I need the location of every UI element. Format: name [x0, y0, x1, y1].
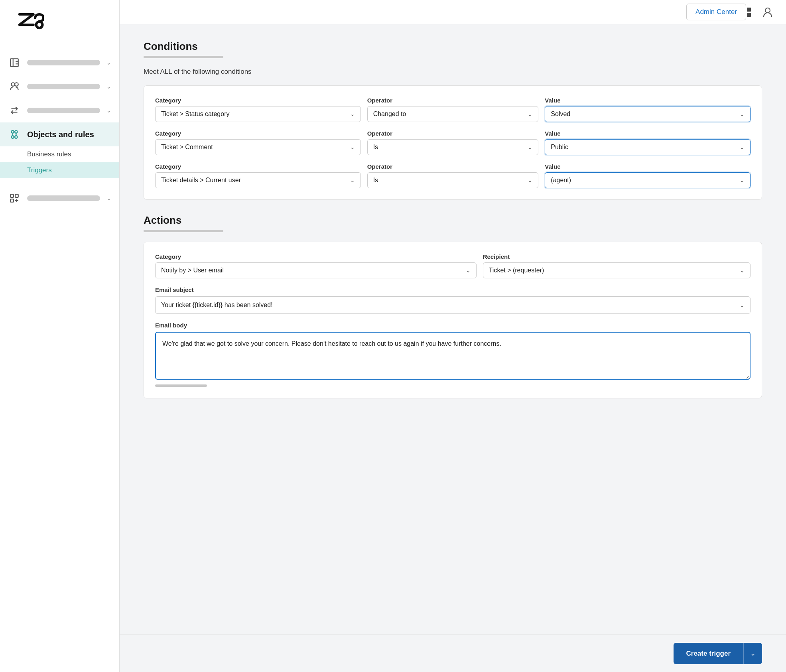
action-1-recipient-value: Ticket > (requester): [489, 267, 737, 274]
condition-1-operator-label: Operator: [367, 97, 539, 104]
sidebar-item-objects-and-rules[interactable]: Objects and rules: [0, 122, 119, 146]
topbar: Admin Center: [120, 0, 786, 24]
chevron-down-icon: ⌄: [528, 177, 532, 183]
condition-2-value-value: Public: [551, 144, 737, 151]
actions-bar: [144, 230, 223, 232]
svg-point-8: [15, 130, 18, 133]
nav-label-bar: [27, 108, 100, 113]
conditions-bar: [144, 56, 223, 58]
sidebar-item-triggers[interactable]: Triggers: [0, 162, 119, 178]
svg-point-9: [11, 136, 14, 138]
nav-label-bar: [27, 60, 100, 65]
condition-1-operator-select[interactable]: Changed to ⌄: [367, 106, 539, 122]
email-body-textarea[interactable]: We're glad that we got to solve your con…: [155, 332, 751, 380]
nav-label-bar: [27, 195, 100, 201]
apps-icon: [8, 192, 21, 205]
sidebar: ⌄ ⌄ ⌄: [0, 0, 120, 672]
svg-rect-16: [15, 194, 18, 197]
email-subject-value: Your ticket {{ticket.id}} has been solve…: [161, 302, 273, 309]
condition-3-value-label: Value: [545, 163, 751, 170]
chevron-down-icon: ⌄: [350, 144, 355, 150]
user-icon[interactable]: [760, 5, 775, 19]
condition-3-value-group: Value (agent) ⌄: [545, 163, 751, 188]
action-1-category-label: Category: [155, 253, 477, 260]
action-1-category-group: Category Notify by > User email ⌄: [155, 253, 477, 278]
chevron-down-icon: ⌄: [740, 144, 745, 150]
condition-row-3: Category Ticket details > Current user ⌄…: [155, 163, 751, 188]
chevron-icon: ⌄: [106, 83, 111, 90]
sidebar-nav: ⌄ ⌄ ⌄: [0, 44, 119, 672]
condition-2-category-select[interactable]: Ticket > Comment ⌄: [155, 139, 361, 155]
bottom-bar: Create trigger ⌄: [120, 635, 786, 672]
svg-point-7: [11, 130, 14, 133]
chevron-down-icon: ⌄: [740, 267, 745, 274]
condition-1-operator-value: Changed to: [373, 110, 525, 118]
condition-3-operator-value: Is: [373, 177, 525, 184]
condition-2-value-select[interactable]: Public ⌄: [545, 139, 751, 155]
condition-3-operator-label: Operator: [367, 163, 539, 170]
condition-1-operator-group: Operator Changed to ⌄: [367, 97, 539, 122]
sidebar-item-workspace[interactable]: ⌄: [0, 51, 119, 75]
sidebar-item-people[interactable]: ⌄: [0, 75, 119, 99]
condition-3-value-value: (agent): [551, 177, 737, 184]
actions-title: Actions: [144, 214, 762, 227]
dropdown-chevron-icon: ⌄: [750, 650, 756, 657]
conditions-card: Category Ticket > Status category ⌄ Oper…: [144, 85, 762, 200]
condition-1-category-value: Ticket > Status category: [161, 110, 347, 118]
condition-1-category-label: Category: [155, 97, 361, 104]
condition-2-operator-value: Is: [373, 144, 525, 151]
action-1-recipient-select[interactable]: Ticket > (requester) ⌄: [483, 262, 751, 278]
sidebar-subnav: Business rules Triggers: [0, 146, 119, 178]
create-trigger-dropdown-button[interactable]: ⌄: [743, 643, 762, 664]
sidebar-item-channels[interactable]: ⌄: [0, 99, 119, 122]
svg-rect-15: [10, 194, 14, 197]
condition-1-value-select[interactable]: Solved ⌄: [545, 106, 751, 122]
sidebar-item-apps[interactable]: ⌄: [0, 186, 119, 210]
email-subject-group: Email subject Your ticket {{ticket.id}} …: [155, 286, 751, 314]
nav-label-bar: [27, 84, 100, 89]
actions-card: Category Notify by > User email ⌄ Recipi…: [144, 242, 762, 398]
action-1-recipient-label: Recipient: [483, 253, 751, 260]
svg-point-5: [11, 83, 15, 86]
condition-3-operator-select[interactable]: Is ⌄: [367, 172, 539, 188]
chevron-down-icon: ⌄: [740, 111, 745, 117]
condition-2-category-label: Category: [155, 130, 361, 137]
main-area: Admin Center Conditions Meet ALL of the …: [120, 0, 786, 672]
building-icon: [8, 56, 21, 69]
chevron-down-icon: ⌄: [350, 177, 355, 183]
condition-1-category-select[interactable]: Ticket > Status category ⌄: [155, 106, 361, 122]
condition-1-category-group: Category Ticket > Status category ⌄: [155, 97, 361, 122]
actions-section: Actions Category Notify by > User email …: [144, 214, 762, 398]
sidebar-item-business-rules[interactable]: Business rules: [0, 146, 119, 162]
create-trigger-button[interactable]: Create trigger: [674, 643, 743, 664]
condition-1-value-value: Solved: [551, 110, 737, 118]
arrows-icon: [8, 104, 21, 117]
objects-rules-icon: [8, 128, 21, 141]
people-icon: [8, 80, 21, 93]
svg-point-10: [15, 136, 18, 138]
condition-3-value-select[interactable]: (agent) ⌄: [545, 172, 751, 188]
condition-2-category-group: Category Ticket > Comment ⌄: [155, 130, 361, 155]
action-1-category-value: Notify by > User email: [161, 267, 463, 274]
action-1-category-select[interactable]: Notify by > User email ⌄: [155, 262, 477, 278]
chevron-down-icon: ⌄: [740, 302, 745, 308]
condition-2-operator-group: Operator Is ⌄: [367, 130, 539, 155]
condition-2-operator-label: Operator: [367, 130, 539, 137]
chevron-down-icon: ⌄: [528, 111, 532, 117]
condition-1-value-group: Value Solved ⌄: [545, 97, 751, 122]
conditions-description: Meet ALL of the following conditions: [144, 68, 762, 76]
chevron-icon: ⌄: [106, 195, 111, 201]
condition-3-category-label: Category: [155, 163, 361, 170]
condition-2-operator-select[interactable]: Is ⌄: [367, 139, 539, 155]
admin-center-button[interactable]: Admin Center: [686, 4, 746, 20]
svg-rect-17: [10, 199, 14, 202]
action-row-1: Category Notify by > User email ⌄ Recipi…: [155, 253, 751, 278]
svg-point-6: [15, 83, 18, 86]
condition-3-category-group: Category Ticket details > Current user ⌄: [155, 163, 361, 188]
sidebar-item-label: Objects and rules: [27, 130, 94, 139]
email-subject-label: Email subject: [155, 286, 751, 293]
condition-1-value-label: Value: [545, 97, 751, 104]
condition-3-category-select[interactable]: Ticket details > Current user ⌄: [155, 172, 361, 188]
email-subject-field[interactable]: Your ticket {{ticket.id}} has been solve…: [155, 296, 751, 314]
main-content: Conditions Meet ALL of the following con…: [120, 24, 786, 635]
